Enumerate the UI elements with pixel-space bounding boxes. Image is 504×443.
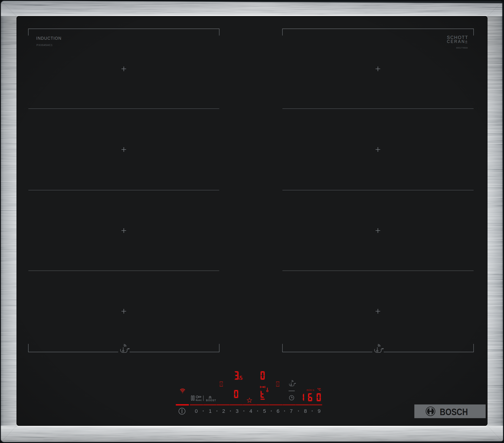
- svg-text:BOSCH: BOSCH: [440, 407, 468, 417]
